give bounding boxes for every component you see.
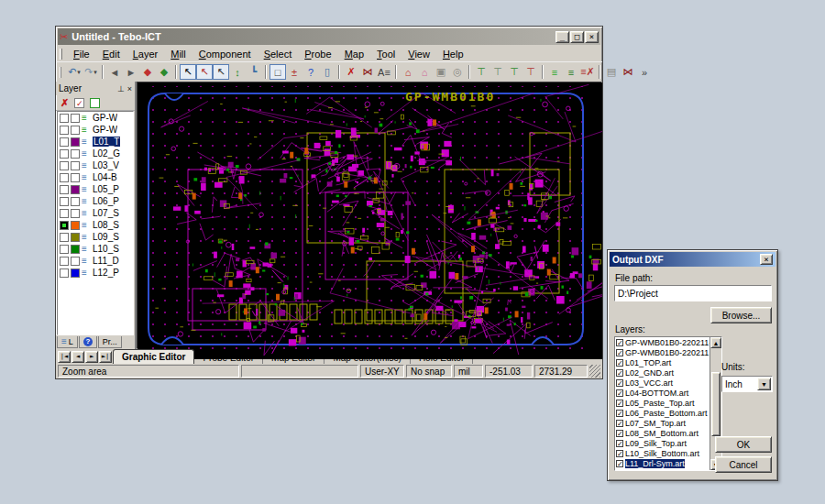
- select-circle-icon[interactable]: ↖: [213, 64, 229, 80]
- panel-tab-help[interactable]: ?: [79, 336, 97, 348]
- resize-grip[interactable]: [589, 365, 600, 378]
- dxf-layer-item[interactable]: ✓L11_Drl-Sym.art: [615, 458, 710, 468]
- dxf-layer-item[interactable]: ✓L04-BOTTOM.art: [615, 388, 710, 398]
- probe-delete-icon[interactable]: ⊤: [522, 64, 539, 80]
- check-all-layers-checkbox[interactable]: ✓: [74, 98, 84, 108]
- ruler-icon[interactable]: ⋈: [620, 64, 636, 80]
- dxf-layer-checkbox[interactable]: ✓: [616, 460, 623, 467]
- multi-select-icon[interactable]: ↕: [229, 64, 246, 80]
- cancel-button[interactable]: Cancel: [715, 456, 772, 473]
- tab-nav-0[interactable]: |◄: [58, 351, 71, 363]
- print-icon[interactable]: ▤: [603, 64, 620, 80]
- layer-row-gp-w[interactable]: ≡GP-W: [58, 124, 133, 136]
- dxf-layer-item[interactable]: ✓L07_SM_Top.art: [615, 418, 710, 428]
- layer-visible-checkbox[interactable]: [60, 245, 69, 254]
- select-box-icon[interactable]: ↖: [196, 64, 213, 80]
- dxf-layer-item[interactable]: ✓L05_Paste_Top.art: [615, 398, 710, 408]
- menu-file[interactable]: File: [67, 48, 96, 60]
- dxf-layer-checkbox[interactable]: ✓: [616, 379, 623, 387]
- close-button[interactable]: ×: [585, 31, 599, 43]
- dxf-layer-item[interactable]: ✓L09_Silk_Top.art: [615, 438, 710, 448]
- file-path-input[interactable]: [614, 285, 772, 301]
- layer-row-l09_s[interactable]: ≡L09_S: [58, 231, 133, 243]
- layer-row-l11_d[interactable]: ≡L11_D: [58, 255, 133, 267]
- probe-add-icon[interactable]: ⊤: [473, 64, 490, 80]
- layer-row-gp-w[interactable]: ≡GP-W: [58, 112, 133, 124]
- title-bar[interactable]: ✂ Untitled - Tebo-ICT _ □ ×: [58, 28, 600, 45]
- toolbar-grip[interactable]: [60, 67, 61, 78]
- menu-grip[interactable]: [60, 49, 62, 60]
- panel-tab-Pr...[interactable]: Pr...: [98, 336, 122, 348]
- browse-button[interactable]: Browse...: [710, 307, 772, 323]
- delete-icon[interactable]: ✗: [343, 64, 359, 80]
- menu-probe[interactable]: Probe: [298, 48, 337, 60]
- dxf-layer-item[interactable]: ✓L03_VCC.art: [615, 378, 710, 388]
- home-red-icon[interactable]: ⌂: [400, 64, 416, 80]
- dropdown-arrow-icon[interactable]: ▾: [77, 69, 81, 76]
- menu-map[interactable]: Map: [338, 48, 370, 60]
- dialog-close-button[interactable]: ×: [760, 254, 773, 265]
- zoom-plusminus-icon[interactable]: ±: [286, 64, 302, 80]
- dxf-layer-checkbox[interactable]: ✓: [616, 369, 623, 377]
- pcb-canvas[interactable]: GP-WMB01B0: [137, 82, 602, 349]
- probe-edit-icon[interactable]: ⊤: [490, 64, 506, 80]
- clear-layers-icon[interactable]: ✗: [60, 97, 69, 109]
- corner-select-icon[interactable]: ┗: [246, 64, 262, 80]
- menu-layer[interactable]: Layer: [126, 48, 165, 60]
- dxf-layer-item[interactable]: ✓GP-WMB01B0-220211.: [615, 347, 710, 357]
- layer-visible-checkbox[interactable]: [60, 257, 69, 266]
- layer-color-swatch[interactable]: [71, 221, 80, 230]
- panel-close-icon[interactable]: ×: [127, 84, 132, 93]
- back-icon[interactable]: ◄: [106, 64, 123, 80]
- layer-color-swatch[interactable]: [71, 149, 80, 159]
- layer-visible-checkbox[interactable]: [60, 114, 69, 123]
- layer-visible-checkbox[interactable]: [60, 221, 69, 230]
- dxf-layer-checkbox[interactable]: ✓: [616, 400, 623, 407]
- dxf-layer-checkbox[interactable]: ✓: [616, 450, 623, 457]
- layer-visible-checkbox[interactable]: [60, 137, 69, 147]
- tab-nav-1[interactable]: ◄: [72, 351, 84, 363]
- layer-row-l10_s[interactable]: ≡L10_S: [58, 243, 133, 255]
- help-pointer-icon[interactable]: ?: [302, 64, 319, 80]
- layer-visible-checkbox[interactable]: [60, 209, 69, 218]
- layer-color-swatch[interactable]: [71, 137, 80, 147]
- dialog-title-bar[interactable]: Output DXF ×: [610, 252, 776, 267]
- text-attr-icon[interactable]: A≡: [376, 64, 392, 80]
- pin-icon[interactable]: ⊥: [117, 84, 125, 93]
- layer-color-swatch[interactable]: [71, 197, 80, 206]
- layer-visible-checkbox[interactable]: [60, 126, 69, 135]
- menu-mill[interactable]: Mill: [164, 48, 192, 60]
- scroll-up-icon[interactable]: ▲: [710, 337, 721, 348]
- net-list-icon[interactable]: ≡: [546, 64, 563, 80]
- target-icon[interactable]: ◎: [449, 64, 466, 80]
- layer-color-swatch[interactable]: [71, 185, 80, 194]
- forward-icon[interactable]: ►: [123, 64, 139, 80]
- dxf-layer-checkbox[interactable]: ✓: [616, 389, 623, 397]
- ok-button[interactable]: OK: [715, 436, 772, 453]
- probe-move-icon[interactable]: ⊤: [506, 64, 522, 80]
- layer-row-l03_v[interactable]: ≡L03_V: [58, 159, 133, 171]
- dxf-layer-checkbox[interactable]: ✓: [616, 339, 623, 346]
- layer-color-swatch[interactable]: [71, 257, 80, 266]
- dropdown-arrow-icon[interactable]: ▾: [94, 69, 97, 76]
- layer-color-swatch[interactable]: [71, 173, 80, 182]
- layer-row-l06_p[interactable]: ≡L06_P: [58, 195, 133, 207]
- menu-view[interactable]: View: [402, 48, 436, 60]
- dxf-layer-checkbox[interactable]: ✓: [616, 349, 623, 356]
- layer-row-l05_p[interactable]: ≡L05_P: [58, 183, 133, 195]
- home-pink-icon[interactable]: ⌂: [416, 64, 433, 80]
- layer-color-swatch[interactable]: [71, 209, 80, 218]
- menu-edit[interactable]: Edit: [96, 48, 126, 60]
- image-icon[interactable]: ▣: [433, 64, 449, 80]
- units-dropdown-icon[interactable]: ▼: [757, 378, 771, 390]
- tab-nav-2[interactable]: ►: [85, 351, 98, 363]
- dxf-layer-item[interactable]: ✓L08_SM_Bottom.art: [615, 428, 710, 438]
- dxf-layer-item[interactable]: ✓L10_Silk_Bottom.art: [615, 448, 710, 458]
- layer-visible-checkbox[interactable]: [60, 149, 69, 159]
- layer-visible-checkbox[interactable]: [60, 268, 69, 278]
- maximize-button[interactable]: □: [570, 31, 584, 43]
- layer-color-swatch[interactable]: [71, 245, 80, 254]
- menu-help[interactable]: Help: [436, 48, 470, 60]
- dxf-layer-item[interactable]: ✓GP-WMB01B0-220211-: [615, 337, 710, 347]
- layer-row-l04-b[interactable]: ≡L04-B: [58, 171, 133, 183]
